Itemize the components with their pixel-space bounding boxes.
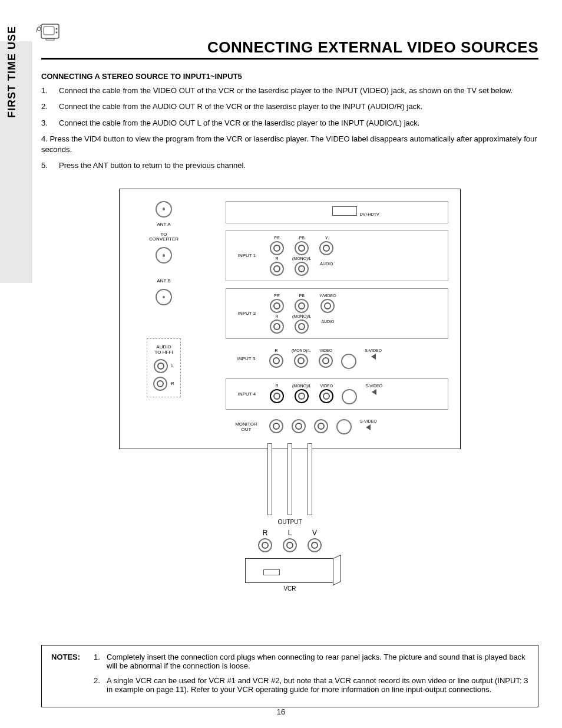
rca-video (319, 354, 333, 368)
cables (119, 443, 461, 515)
input2-row: INPUT 2 PRR PB(MONO)/L Y/VIDEO AUDIO (226, 288, 448, 339)
rca-l (292, 419, 306, 433)
tv-install-icon (35, 21, 62, 45)
step-num: 5. (41, 160, 59, 171)
rca-l (295, 389, 309, 403)
vcr-output-row: R L V (119, 529, 461, 552)
step-num: 1. (41, 85, 59, 96)
note-text: Completely insert the connection cord pl… (107, 653, 528, 670)
label-to-converter: TO CONVERTER (149, 232, 178, 243)
svideo-port (341, 354, 356, 369)
label-vcr: VCR (119, 585, 461, 592)
input1-row: INPUT 1 PRR PB(MONO)/L Y AUDIO (226, 230, 448, 281)
label-input3: INPUT 3 (232, 356, 261, 361)
note-1: 1. Completely insert the connection cord… (94, 653, 528, 670)
rca-pr (270, 299, 284, 313)
label-hifi: AUDIO TO HI-FI (155, 345, 173, 355)
rca-out-v (308, 538, 322, 552)
coax-ant-b (156, 289, 172, 305)
rca-video (319, 389, 333, 403)
audio-hifi-block: AUDIO TO HI-FI L R (147, 338, 180, 397)
vcr-icon (245, 558, 335, 583)
arrow-icon (372, 389, 376, 395)
rca-r (270, 262, 284, 276)
dvi-port-icon (332, 206, 357, 216)
label-ant-b: ANT B (157, 279, 170, 284)
rca-l (294, 354, 308, 368)
cable-l (287, 443, 292, 515)
rca-l (295, 262, 309, 276)
step-text: Connect the cable from the AUDIO OUT L o… (59, 118, 538, 129)
rca-hifi-r (153, 377, 167, 391)
label-monitor: MONITOR OUT (232, 421, 261, 432)
label-input1: INPUT 1 (232, 253, 262, 258)
arrow-icon (371, 354, 376, 360)
label-r: R (171, 381, 174, 386)
svideo-port (342, 389, 357, 404)
step-2: 2. Connect the cable from the AUDIO OUT … (41, 101, 538, 112)
label-output: OUTPUT (119, 519, 461, 525)
step-text: Connect the cable from the AUDIO OUT R o… (59, 101, 538, 112)
notes-box: NOTES: 1. Completely insert the connecti… (41, 645, 538, 707)
svg-point-5 (37, 27, 41, 31)
side-tab: FIRST TIME USE (6, 26, 18, 118)
note-text: A single VCR can be used for VCR #1 and … (107, 676, 528, 694)
label-l: L (171, 364, 174, 368)
rca-video (314, 419, 328, 433)
arrow-icon (366, 424, 371, 430)
dvi-row: DVI-HDTV (226, 201, 448, 223)
step-num: 3. (41, 118, 59, 129)
label-ant-a: ANT A (157, 222, 171, 228)
coax-ant-a (156, 201, 172, 218)
label-dvi: DVI-HDTV (360, 212, 379, 216)
rca-yvid (320, 299, 335, 313)
rca-r (269, 419, 283, 433)
input3-row: INPUT 3 R (MONO)/L VIDEO S-VIDEO (226, 346, 448, 371)
label-input4: INPUT 4 (232, 391, 262, 397)
input4-row: INPUT 4 R (MONO)/L VIDEO S-VIDEO (226, 378, 448, 410)
rca-hifi-l (154, 359, 168, 373)
rca-pb (295, 299, 309, 313)
section-heading: CONNECTING A STEREO SOURCE TO INPUT1~INP… (41, 71, 538, 82)
svg-rect-1 (44, 27, 54, 35)
coax-converter (156, 247, 172, 263)
note-num: 1. (94, 653, 107, 670)
rca-y (319, 241, 333, 255)
svideo-port (336, 419, 352, 434)
connection-diagram: ANT A TO CONVERTER ANT B AUDIO TO HI-FI … (119, 189, 461, 592)
step-text: Press the ANT button to return to the pr… (59, 160, 538, 171)
rca-r (269, 354, 283, 368)
page-title: CONNECTING EXTERNAL VIDEO SOURCES (41, 38, 538, 57)
step-3: 3. Connect the cable from the AUDIO OUT … (41, 118, 538, 129)
svg-point-3 (56, 32, 58, 34)
step-4: 4. Press the VID4 button to view the pro… (41, 134, 538, 154)
note-2: 2. A single VCR can be used for VCR #1 a… (94, 676, 528, 694)
rca-r (270, 319, 284, 334)
tv-rear-panel: ANT A TO CONVERTER ANT B AUDIO TO HI-FI … (119, 189, 461, 449)
rca-l (295, 319, 309, 334)
svg-point-2 (56, 28, 58, 30)
step-1: 1. Connect the cable from the VIDEO OUT … (41, 85, 538, 96)
notes-label: NOTES: (51, 653, 87, 700)
cable-r (267, 443, 272, 515)
svg-rect-4 (46, 38, 54, 40)
cable-v (308, 443, 312, 515)
monitor-out-row: MONITOR OUT S-VIDEO (226, 417, 448, 437)
rca-out-l (283, 538, 297, 552)
note-num: 2. (94, 676, 107, 694)
label-input2: INPUT 2 (232, 311, 262, 316)
rca-r (270, 389, 284, 403)
title-rule (41, 58, 538, 60)
rca-out-r (258, 538, 272, 552)
step-num: 2. (41, 101, 59, 112)
step-text: Connect the cable from the VIDEO OUT of … (59, 85, 538, 96)
page-number: 16 (0, 707, 562, 716)
step-5: 5. Press the ANT button to return to the… (41, 160, 538, 171)
rca-pr (270, 241, 284, 255)
rca-pb (295, 241, 309, 255)
